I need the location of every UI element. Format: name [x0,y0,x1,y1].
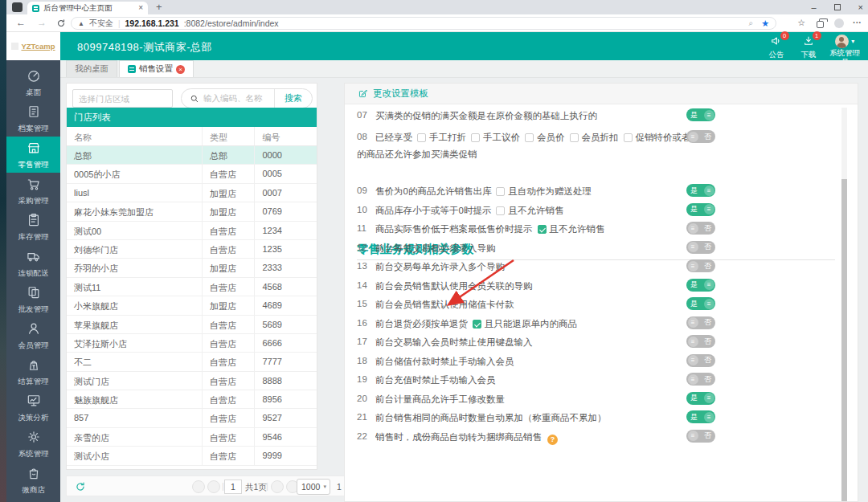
sidebar-item-member[interactable]: 会员管理 [6,317,60,353]
inline-checkbox[interactable] [496,206,505,215]
page-size-select[interactable]: 1000▾ [297,479,330,495]
sidebar-item-purchase[interactable]: 采购管理 [6,173,60,209]
toggle-no[interactable]: ≡否 [686,430,715,443]
inline-checkbox[interactable] [570,133,579,142]
store-row[interactable]: 艾泽拉斯小店 自营店 6666 [67,334,317,353]
store-row[interactable]: 刘德华门店 自营店 1235 [67,240,317,259]
sidebar-item-delivery[interactable]: 连锁配送 [6,245,60,281]
change-template-link[interactable]: 更改设置模板 [373,88,428,100]
url-field[interactable]: ▲ 不安全 | 192.168.1.231:8082/estore/admin/… [71,17,776,30]
toggle-no[interactable]: ≡否 [686,354,715,367]
store-row[interactable]: 麻花小妹东莞加盟店 加盟店 0769 [67,202,317,221]
browser-menu-icon[interactable]: ··· [853,18,862,27]
setting-row: 08 已经享受手工打折手工议价会员价会员折扣促销特价或者折扣≡否 [345,130,858,144]
sidebar-item-retail[interactable]: 零售管理 [6,137,60,173]
toggle-handle-icon: ≡ [688,242,698,252]
store-row[interactable]: liusl 加盟店 0007 [67,184,317,202]
prev-page-button[interactable] [207,480,220,493]
sidebar-item-settlement[interactable]: 结算管理 [6,353,60,390]
store-row[interactable]: 测试00 自营店 1234 [67,222,317,240]
toggle-no[interactable]: ≡否 [686,222,715,235]
logo-mark-icon [11,43,18,50]
sidebar-item-archive[interactable]: 档案管理 [6,100,60,137]
bookmark-star-icon[interactable]: ★ [761,18,769,29]
tab-search-icon[interactable] [12,2,23,12]
sidebar-item-system[interactable]: 系统管理 [6,426,60,462]
inline-checkbox[interactable] [417,133,426,142]
store-row[interactable]: 测试门店 自营店 8888 [67,372,317,390]
store-row[interactable]: 测试小店 自营店 9999 [67,447,317,465]
download-button[interactable]: 1 下载 [794,35,823,59]
collections-icon[interactable] [817,20,824,30]
toggle-no[interactable]: ≡否 [686,259,715,272]
search-button[interactable]: 搜索 [274,89,312,108]
toggle-yes[interactable]: 是≡ [686,203,715,216]
inline-checkbox[interactable] [473,320,481,329]
toggle-yes[interactable]: 是≡ [686,279,715,292]
inline-checkbox[interactable] [496,187,505,196]
toggle-no[interactable]: ≡否 [686,130,715,143]
inventory-icon [26,212,42,231]
store-table-body: 总部 总部 0000 0005的小店 自营店 0005 liusl 加盟店 00… [67,146,317,466]
inline-checkbox[interactable] [538,225,547,234]
inline-checkbox[interactable] [525,133,534,142]
window-minimize-button[interactable]: – [811,0,816,14]
toggle-yes[interactable]: 是≡ [686,392,715,405]
inline-checkbox[interactable] [471,133,480,142]
sidebar-item-analysis[interactable]: 决策分析 [6,390,60,426]
profile-icon[interactable] [834,18,844,30]
store-row[interactable]: 0005的小店 自营店 0005 [67,165,317,183]
window-maximize-button[interactable] [834,0,841,14]
close-tab-icon[interactable]: × [176,65,185,74]
store-search[interactable]: 输入编码、名称 搜索 [181,88,313,108]
sidebar-item-desktop[interactable]: 桌面 [6,64,60,100]
toggle-no[interactable]: ≡否 [686,316,715,329]
next-page-button[interactable] [271,480,284,493]
toggle-yes[interactable]: 是≡ [686,297,715,310]
store-row[interactable]: 小米旗舰店 加盟店 4689 [67,296,317,315]
store-row[interactable]: 乔羽的小店 加盟店 2333 [67,259,317,277]
store-row[interactable]: 魅族旗舰店 自营店 8956 [67,390,317,409]
store-row[interactable]: 857 自营店 9527 [67,409,317,427]
app-logo[interactable]: YZTcamp [6,32,60,60]
window-close-button[interactable]: × [858,0,863,14]
tab-close-icon[interactable]: × [138,4,143,12]
page-number-input[interactable] [224,480,242,494]
announcement-button[interactable]: 0 公告 [762,35,791,59]
favorites-bar-icon[interactable]: ☆ [797,18,805,28]
toggle-yes[interactable]: 是≡ [686,184,715,197]
settings-scrollbar-thumb[interactable] [841,179,847,502]
refresh-icon[interactable] [56,18,66,28]
store-row[interactable]: 总部 总部 0000 [67,146,317,165]
wholesale-icon [26,284,42,303]
toggle-no[interactable]: ≡否 [686,373,715,386]
search-in-page-icon[interactable]: ⌕ [749,18,754,28]
tab-my-desktop[interactable]: 我的桌面 [66,60,117,77]
region-input[interactable] [72,89,173,108]
inline-checkbox[interactable] [624,133,633,142]
tab-sales-settings[interactable]: 销售设置 × [119,60,194,77]
toggle-no[interactable]: ≡否 [686,241,715,254]
sidebar-item-wholesale[interactable]: 批发管理 [6,281,60,317]
first-page-button[interactable] [192,480,205,493]
download-icon: 1 [802,35,816,47]
app-tabbar: 我的桌面 销售设置 × [60,60,868,78]
store-panel: 输入编码、名称 搜索 门店列表 名称 类型 编号 总部 总部 0000 0005… [66,83,317,470]
store-row[interactable]: 不二 自营店 7777 [67,353,317,371]
back-icon[interactable]: ← [16,17,26,28]
store-row[interactable]: 苹果旗舰店 自营店 5689 [67,316,317,334]
help-icon[interactable]: ? [547,435,558,445]
sidebar-item-inventory[interactable]: 库存管理 [6,209,60,245]
store-row[interactable]: 亲雪的店 自营店 9546 [67,428,317,447]
app-header: YZTcamp 8099748198-测试商家-总部 0 公告 1 下载 ▾ 系… [6,32,868,60]
new-tab-button[interactable]: + [156,1,162,13]
toggle-yes[interactable]: 是≡ [686,410,715,423]
store-row[interactable]: 测试11 自营店 4568 [67,278,317,296]
browser-tab-title: 后台管理中心主页面 [43,3,134,14]
toggle-yes[interactable]: 是≡ [686,108,715,121]
browser-tabstrip: 后台管理中心主页面 × + – × [6,0,868,14]
toggle-no[interactable]: ≡否 [686,335,715,348]
sidebar-item-microstore[interactable]: 微商店 [6,462,60,498]
refresh-list-icon[interactable] [75,481,86,492]
browser-tab[interactable]: 后台管理中心主页面 × [27,2,148,14]
